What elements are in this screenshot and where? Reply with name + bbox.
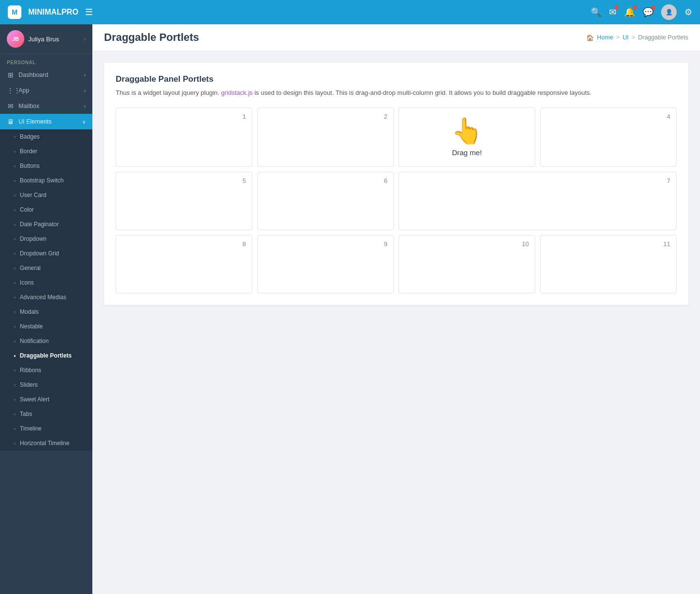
dashboard-label: Dashboard xyxy=(18,72,80,78)
dropdown-dot: ○ xyxy=(14,237,16,241)
date-paginator-label: Date Paginator xyxy=(20,221,86,228)
draggable-portlets-label: Draggable Portlets xyxy=(20,352,86,359)
page-header: Draggable Portlets 🏠 Home > UI > Draggab… xyxy=(92,24,700,51)
nestable-dot: ○ xyxy=(14,324,16,329)
portlet-9-num: 9 xyxy=(384,240,387,248)
general-label: General xyxy=(20,265,86,271)
color-dot: ○ xyxy=(14,208,16,212)
ribbons-dot: ○ xyxy=(14,368,16,373)
hamburger-icon[interactable]: ☰ xyxy=(85,7,93,18)
icons-dot: ○ xyxy=(14,281,16,285)
breadcrumb-home-icon: 🏠 xyxy=(586,34,594,41)
horizontal-timeline-dot: ○ xyxy=(14,441,16,446)
sidebar-item-ui-elements[interactable]: 🖥 UI Elements ∨ xyxy=(0,114,92,129)
sliders-dot: ○ xyxy=(14,383,16,387)
mailbox-chevron: › xyxy=(84,104,86,109)
breadcrumb: 🏠 Home > UI > Draggable Portlets xyxy=(586,34,688,41)
portlet-1[interactable]: 1 xyxy=(116,108,252,167)
brand-icon: M xyxy=(8,5,21,19)
sidebar-item-draggable-portlets[interactable]: ● Draggable Portlets xyxy=(0,348,92,363)
page-title: Draggable Portlets xyxy=(104,31,199,44)
drag-hand-icon: 👆 xyxy=(451,117,483,145)
notification-label: Notification xyxy=(20,338,86,344)
timeline-dot: ○ xyxy=(14,427,16,431)
sidebar-item-notification[interactable]: ○ Notification xyxy=(0,334,92,348)
portlet-8[interactable]: 8 xyxy=(116,235,252,293)
layout: JB Juliya Brus › PERSONAL ⊞ Dashboard › … xyxy=(0,24,700,594)
portlet-10-num: 10 xyxy=(522,240,529,248)
ui-elements-icon: 🖥 xyxy=(7,118,15,126)
sidebar-item-timeline[interactable]: ○ Timeline xyxy=(0,421,92,436)
sliders-label: Sliders xyxy=(20,381,86,388)
breadcrumb-home-link[interactable]: Home xyxy=(597,34,613,41)
drag-label: Drag me! xyxy=(452,148,482,157)
sidebar-item-dropdown[interactable]: ○ Dropdown xyxy=(0,232,92,246)
sidebar-item-app[interactable]: ⋮⋮ App › xyxy=(0,83,92,98)
advanced-medias-dot: ○ xyxy=(14,295,16,300)
buttons-dot: ○ xyxy=(14,164,16,168)
bootstrap-switch-dot: ○ xyxy=(14,179,16,183)
portlet-1-num: 1 xyxy=(243,113,246,120)
icons-label: Icons xyxy=(20,279,86,286)
advanced-medias-label: Advanced Medias xyxy=(20,294,86,301)
sidebar: JB Juliya Brus › PERSONAL ⊞ Dashboard › … xyxy=(0,24,92,594)
portlet-5[interactable]: 5 xyxy=(116,172,252,230)
portlet-drag[interactable]: 👆 Drag me! xyxy=(399,108,535,167)
sidebar-item-sliders[interactable]: ○ Sliders xyxy=(0,378,92,392)
dropdown-grid-label: Dropdown Grid xyxy=(20,250,86,257)
sidebar-item-border[interactable]: ○ Border xyxy=(0,144,92,159)
app-icon: ⋮⋮ xyxy=(7,87,15,94)
portlet-6[interactable]: 6 xyxy=(257,172,394,230)
user-profile[interactable]: JB Juliya Brus › xyxy=(0,24,92,54)
sidebar-item-color[interactable]: ○ Color xyxy=(0,202,92,217)
portlet-11[interactable]: 11 xyxy=(540,235,677,293)
sidebar-item-badges[interactable]: ○ Badges xyxy=(0,129,92,144)
message-icon[interactable]: 💬 xyxy=(643,7,653,18)
ui-elements-chevron: ∨ xyxy=(82,119,86,125)
bell-icon[interactable]: 🔔 xyxy=(624,7,635,18)
portlet-7-num: 7 xyxy=(667,177,670,184)
nestable-label: Nestable xyxy=(20,323,86,330)
sidebar-item-bootstrap-switch[interactable]: ○ Bootstrap Switch xyxy=(0,173,92,188)
draggable-portlets-dot: ● xyxy=(14,354,16,358)
badges-dot: ○ xyxy=(14,135,16,139)
sidebar-item-general[interactable]: ○ General xyxy=(0,261,92,275)
breadcrumb-ui-link[interactable]: UI xyxy=(623,34,629,41)
page-content: Draggable Panel Portlets Thus is a widge… xyxy=(92,51,700,594)
sidebar-item-modals[interactable]: ○ Modals xyxy=(0,305,92,319)
tabs-label: Tabs xyxy=(20,411,86,417)
general-dot: ○ xyxy=(14,266,16,270)
border-label: Border xyxy=(20,148,86,155)
search-icon[interactable]: 🔍 xyxy=(591,7,601,18)
sidebar-item-dashboard[interactable]: ⊞ Dashboard › xyxy=(0,67,92,83)
portlet-8-num: 8 xyxy=(243,240,246,248)
sidebar-item-user-card[interactable]: ○ User Card xyxy=(0,188,92,202)
portlet-2[interactable]: 2 xyxy=(257,108,394,167)
sidebar-item-horizontal-timeline[interactable]: ○ Horizontal Timeline xyxy=(0,436,92,450)
sidebar-item-mailbox[interactable]: ✉ Mailbox › xyxy=(0,98,92,114)
sidebar-item-nestable[interactable]: ○ Nestable xyxy=(0,319,92,334)
sidebar-item-buttons[interactable]: ○ Buttons xyxy=(0,159,92,173)
sidebar-item-dropdown-grid[interactable]: ○ Dropdown Grid xyxy=(0,246,92,261)
gridstack-link[interactable]: gridstack.js xyxy=(221,89,253,96)
sidebar-item-sweet-alert[interactable]: ○ Sweet Alert xyxy=(0,392,92,407)
portlet-7[interactable]: 7 xyxy=(399,172,677,230)
settings-icon[interactable]: ⚙ xyxy=(684,7,692,18)
portlet-10[interactable]: 10 xyxy=(399,235,535,293)
sidebar-item-date-paginator[interactable]: ○ Date Paginator xyxy=(0,217,92,232)
portlets-panel: Draggable Panel Portlets Thus is a widge… xyxy=(104,63,688,305)
portlet-9[interactable]: 9 xyxy=(257,235,394,293)
ui-elements-label: UI Elements xyxy=(18,118,78,125)
user-name: Juliya Brus xyxy=(28,36,80,43)
user-avatar-top[interactable]: 👤 xyxy=(661,4,677,20)
bell-badge xyxy=(633,5,637,9)
sidebar-item-tabs[interactable]: ○ Tabs xyxy=(0,407,92,421)
dropdown-label: Dropdown xyxy=(20,235,86,242)
portlet-4[interactable]: 4 xyxy=(540,108,677,167)
mail-icon[interactable]: ✉ xyxy=(609,7,616,18)
sidebar-item-advanced-medias[interactable]: ○ Advanced Medias xyxy=(0,290,92,305)
sidebar-item-icons[interactable]: ○ Icons xyxy=(0,275,92,290)
brand-name: MINIMALPRO xyxy=(28,8,78,17)
mail-badge xyxy=(614,5,618,9)
sidebar-item-ribbons[interactable]: ○ Ribbons xyxy=(0,363,92,378)
